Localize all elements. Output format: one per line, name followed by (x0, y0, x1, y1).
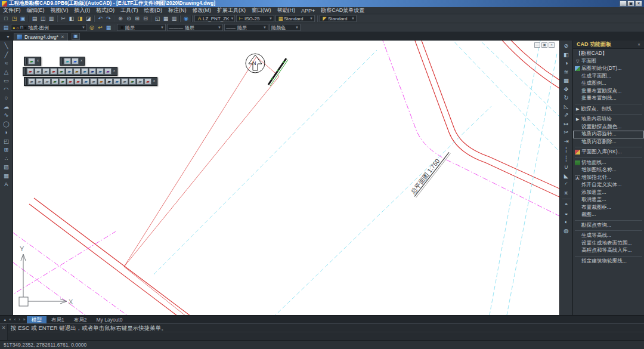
zoom-realtime-button[interactable]: ⊙ (125, 15, 133, 23)
float-toolbar-c[interactable]: ▰▰▰▰▰▰▰▰▰▰▰x (23, 67, 117, 76)
plot-preview-button[interactable]: ◫ (39, 15, 47, 23)
layout-nav-2[interactable]: › (17, 317, 21, 322)
panel-item-设置生成地表面范围[interactable]: 设置生成地表面范围... (573, 240, 644, 248)
panel-item-批量布置剖线[interactable]: 批量布置剖线... (573, 95, 644, 103)
open-button[interactable]: ◳ (10, 15, 18, 23)
panel-item-布置裁图框[interactable]: 布置裁图框... (573, 204, 644, 212)
menu-APP+[interactable]: APP+ (298, 8, 318, 14)
geology-tool-5-button[interactable]: ▰ (59, 78, 66, 85)
geology-tool-16-button[interactable]: ▰ (144, 78, 151, 85)
view-rotate-tool-button[interactable]: ▰ (64, 58, 71, 64)
properties-button[interactable]: ◱ (153, 15, 162, 23)
menu-文件(F)[interactable]: 文件(F) (0, 7, 24, 14)
menu-绘图(D)[interactable]: 绘图(D) (141, 7, 166, 14)
geology-tool-7-button[interactable]: ▰ (75, 78, 82, 85)
geology-tool-11-button[interactable]: ▰ (106, 78, 113, 85)
panel-item-地质内容旋转[interactable]: 地质内容旋转... (573, 131, 644, 138)
restore-button[interactable]: ▣ (627, 1, 634, 7)
ellipse-arc-button[interactable]: ◗ (2, 128, 11, 137)
panel-item-生成平面图[interactable]: 生成平面图... (573, 73, 644, 81)
mleader-style-control[interactable]: ◤Standard▼ (320, 15, 357, 22)
panel-item-勘探点查询[interactable]: 勘探点查询... (573, 222, 644, 230)
draworder-under-button[interactable]: ◍ (562, 227, 571, 236)
linetype-control[interactable]: ———随层▼ (167, 24, 223, 31)
help-tool-button[interactable]: ▰ (72, 58, 79, 64)
survey-tool-5-button[interactable]: ▰ (58, 68, 65, 75)
insert-block-button[interactable]: ◰ (2, 137, 11, 146)
panel-item-设置勘探点颜色[interactable]: 设置勘探点颜色... (573, 123, 644, 131)
zoom-previous-button[interactable]: ⊟ (141, 15, 150, 23)
layer-previous-button[interactable]: ↩ (96, 24, 104, 32)
survey-tool-4-button[interactable]: ▰ (50, 68, 57, 75)
panel-item-底图初始化(DT)[interactable]: 底图初始化(DT)... (573, 65, 644, 73)
tool-palettes-button[interactable]: ▥ (170, 15, 178, 23)
float-toolbar-a[interactable]: ▰x (24, 57, 41, 66)
panel-item-添加遮盖[interactable]: 添加遮盖... (573, 189, 644, 197)
drawing-minimize-button[interactable]: — (534, 42, 540, 48)
panel-close-icon[interactable]: × (637, 42, 640, 47)
layout-tab-My Layout0[interactable]: My Layout0 (91, 316, 127, 323)
toolbar-grip[interactable] (25, 78, 27, 85)
designcenter-button[interactable]: ▦ (162, 15, 170, 23)
panel-item-切地面线[interactable]: 切地面线... (573, 159, 644, 167)
offset-button[interactable]: ≋ (562, 68, 571, 77)
drawing-close-button[interactable]: × (549, 42, 555, 48)
polygon-button[interactable]: △ (2, 68, 11, 77)
cut-button[interactable]: ✂ (59, 15, 67, 23)
geology-tool-1-button[interactable]: ▰ (28, 78, 35, 85)
menu-格式(O)[interactable]: 格式(O) (93, 7, 117, 14)
layout-tab-布局2[interactable]: 布局2 (69, 316, 92, 323)
make-block-button[interactable]: ⊞ (2, 146, 11, 155)
color-control[interactable]: ■随层▼ (117, 24, 166, 31)
menu-插入(I)[interactable]: 插入(I) (72, 7, 94, 14)
plot-button[interactable]: ▤ (30, 15, 39, 23)
menu-勘察CAD菜单设置[interactable]: 勘察CAD菜单设置 (318, 7, 367, 14)
rotate-button[interactable]: ↻ (562, 94, 571, 103)
tab-overflow-icon[interactable]: ▼ (2, 35, 14, 39)
scale-button[interactable]: ◺ (562, 103, 571, 112)
save-button[interactable]: ▣ (18, 15, 27, 23)
close-icon[interactable]: x (152, 78, 156, 85)
paste-clip-button[interactable]: ◨ (76, 15, 84, 23)
construction-line-button[interactable]: ╱ (2, 51, 11, 60)
drawing-restore-button[interactable]: ▣ (541, 42, 547, 48)
copy-clip-button[interactable]: ◧ (67, 15, 76, 23)
erase-button[interactable]: ⊘ (562, 42, 571, 51)
geology-tool-3-button[interactable]: ▰ (44, 78, 51, 85)
arc-button[interactable]: ◠ (2, 85, 11, 94)
layout-tab-模型[interactable]: 模型 (27, 316, 47, 323)
menu-编辑(E)[interactable]: 编辑(E) (24, 7, 48, 14)
layout-tab-布局1[interactable]: 布局1 (47, 316, 69, 323)
menu-修改(M)[interactable]: 修改(M) (190, 7, 215, 14)
publish-button[interactable]: ▥ (47, 15, 55, 23)
close-icon[interactable]: x (36, 58, 40, 64)
hatch-button[interactable]: ▨ (2, 163, 11, 172)
layer-control[interactable]: ●☼⊓■地质-图例▼ (11, 24, 87, 31)
panel-item-增加图纸名称[interactable]: 增加图纸名称... (573, 166, 644, 174)
minimize-button[interactable]: _ (620, 1, 627, 7)
survey-tool-2-button[interactable]: ▰ (35, 68, 42, 75)
survey-tool-3-button[interactable]: ▰ (42, 68, 49, 75)
table-style-control[interactable]: ▦Standard▼ (275, 15, 315, 22)
match-properties-button[interactable]: ◪ (84, 15, 92, 23)
survey-tool-6-button[interactable]: ▰ (66, 68, 73, 75)
point-button[interactable]: ∴ (2, 155, 11, 163)
stretch-button[interactable]: ⇗ (562, 111, 571, 120)
spline-button[interactable]: ∿ (2, 111, 11, 120)
layer-states-manager-button[interactable]: ▦ (104, 24, 113, 32)
toolbar-grip[interactable] (25, 58, 27, 64)
toolbar-grip[interactable] (24, 68, 26, 75)
table-button[interactable]: ▦ (2, 172, 11, 181)
plotstyle-control[interactable]: 随颜色▼ (270, 24, 301, 31)
make-object-layer-current-button[interactable]: ◎ (88, 24, 96, 32)
rectangle-button[interactable]: ▭ (2, 76, 11, 85)
survey-tool-11-button[interactable]: ▰ (104, 68, 112, 75)
multiline-text-button[interactable]: A (2, 180, 11, 189)
tab-close-icon[interactable]: ✕ (61, 35, 64, 39)
geology-tool-2-button[interactable]: ▰ (36, 78, 43, 85)
document-tab[interactable]: Drawing4.dwg* ✕ (14, 33, 68, 41)
pan-button[interactable]: ⊕ (116, 15, 125, 23)
panel-item-生成图例[interactable]: 生成图例... (573, 80, 644, 88)
layer-properties-manager-button[interactable]: ▤ (2, 24, 10, 32)
float-toolbar-b[interactable]: ▰▰x (60, 57, 85, 66)
